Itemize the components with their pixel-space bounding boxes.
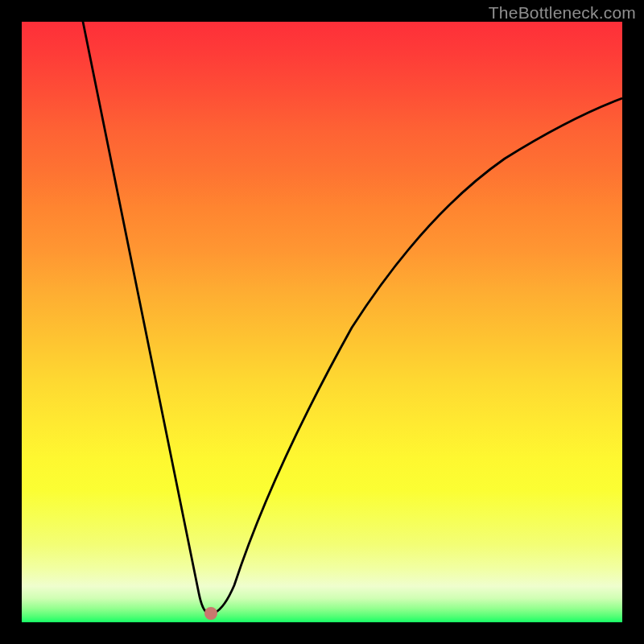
min-marker [204, 607, 217, 620]
plot-area [22, 22, 622, 622]
bottleneck-curve [81, 22, 622, 613]
chart-svg [22, 22, 622, 622]
chart-frame: TheBottleneck.com [0, 0, 644, 644]
watermark-text: TheBottleneck.com [489, 3, 636, 23]
